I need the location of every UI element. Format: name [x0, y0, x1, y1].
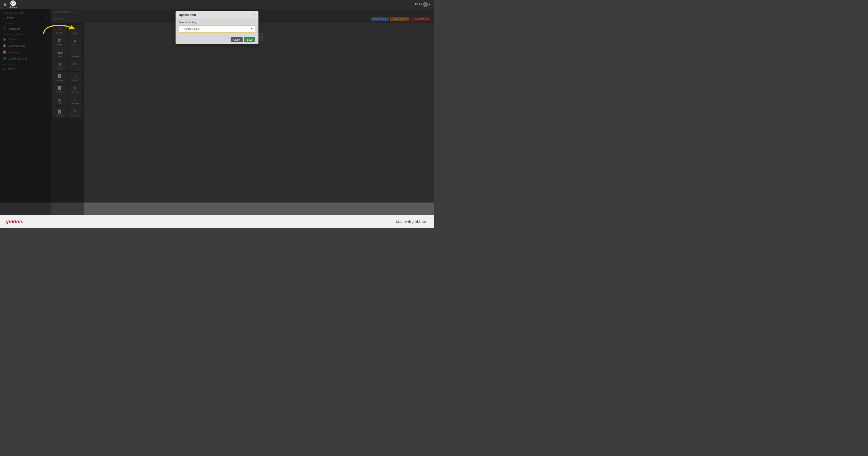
- select-activity-label: Select an Activity: [179, 21, 255, 24]
- modal-title: Update Item: [179, 13, 196, 17]
- logo-container: C Censeo: [9, 0, 17, 8]
- modal-header: Update Item ×: [176, 11, 258, 19]
- main-layout: COURSES AND ITEMS 🗂 Pages + ≡ Page 1 👤 D…: [0, 9, 434, 215]
- logo-text: Censeo: [9, 6, 17, 8]
- svg-marker-6: [69, 25, 75, 30]
- modal-body: Select an Activity -- Please Select -- ▾: [176, 19, 258, 35]
- modal-close-btn[interactable]: Close: [230, 37, 243, 42]
- svg-text:C: C: [13, 3, 14, 4]
- select-wrapper: -- Please Select -- ▾: [179, 25, 255, 32]
- user-chevron[interactable]: ▾: [429, 3, 430, 6]
- modal-save-btn[interactable]: Save: [244, 37, 255, 42]
- user-name: EDS 1: [415, 3, 422, 6]
- update-item-modal: Update Item × Select an Activity -- Plea…: [176, 11, 258, 44]
- modal-footer: Close Save: [176, 35, 258, 44]
- nav-left: ☰ C Censeo: [4, 0, 17, 8]
- nav-right: EDS 1 E ▾: [415, 2, 430, 7]
- censeo-logo-icon: C: [10, 0, 16, 6]
- footer: guidde. Made with guidde.com: [0, 215, 434, 228]
- footer-text: Made with guidde.com: [396, 220, 429, 224]
- user-info: EDS 1 E ▾: [415, 2, 430, 7]
- top-navigation: ☰ C Censeo EDS 1 E ▾: [0, 0, 434, 9]
- footer-logo: guidde.: [5, 219, 24, 225]
- activity-select[interactable]: -- Please Select --: [179, 26, 255, 32]
- modal-overlay: Update Item × Select an Activity -- Plea…: [0, 9, 434, 202]
- user-avatar[interactable]: E: [423, 2, 428, 7]
- hamburger-icon[interactable]: ☰: [4, 3, 7, 6]
- modal-close-button[interactable]: ×: [253, 13, 255, 17]
- arrow-annotation: [41, 19, 78, 38]
